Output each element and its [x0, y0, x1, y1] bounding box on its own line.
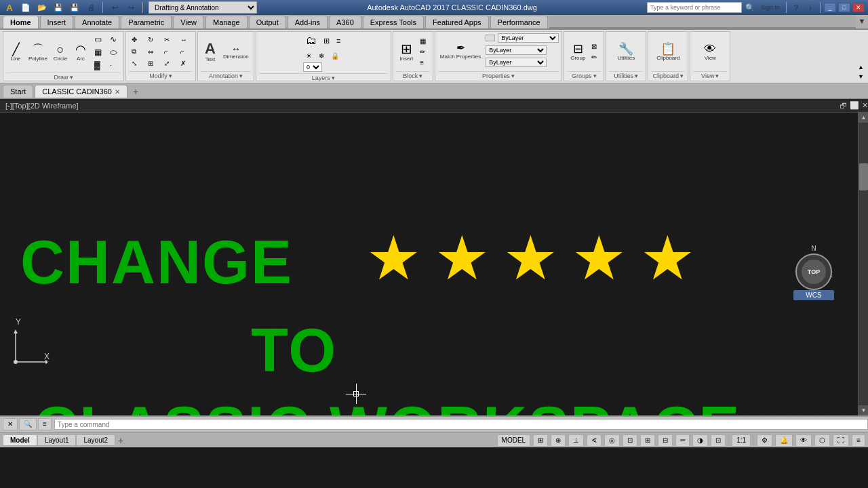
vertical-scrollbar[interactable]: ▲ ▼: [858, 113, 868, 415]
scale-btn[interactable]: ⤡: [129, 58, 144, 68]
search-btn[interactable]: 🔍: [744, 1, 756, 14]
layout-layout1-tab[interactable]: Layout1: [37, 434, 77, 446]
tab-home[interactable]: Home: [3, 16, 39, 28]
ribbon-toggle[interactable]: ▼: [856, 15, 868, 27]
cmd-close-btn[interactable]: ✕: [3, 418, 18, 430]
trim-btn[interactable]: ✂: [161, 35, 176, 45]
expand-icon[interactable]: ▲: [856, 62, 865, 72]
autocad-logo[interactable]: A: [3, 1, 16, 14]
fullscreen-btn[interactable]: ⛶: [833, 434, 849, 447]
array-btn[interactable]: ⊞: [145, 58, 160, 68]
spline-btn[interactable]: ∿: [107, 33, 121, 45]
print-btn[interactable]: 🖨: [85, 1, 97, 14]
tab-featured[interactable]: Featured Apps: [425, 16, 489, 28]
annotation-label[interactable]: Annotation ▾: [201, 71, 251, 79]
arc-btn[interactable]: ◠ Arc: [71, 41, 90, 64]
help-btn[interactable]: ?: [790, 1, 802, 14]
workspace-display-btn[interactable]: ⚙: [757, 434, 772, 447]
group-btn[interactable]: ⊟ Group: [568, 41, 587, 63]
new-layout-btn[interactable]: +: [115, 435, 126, 446]
doc-tab-close-btn[interactable]: ✕: [115, 88, 120, 96]
modify-label[interactable]: Modify ▾: [129, 71, 193, 79]
scroll-up-btn[interactable]: ▲: [859, 113, 868, 123]
minimize-btn[interactable]: _: [824, 3, 836, 12]
ungroup-btn[interactable]: ⊠: [589, 41, 599, 52]
tab-manage[interactable]: Manage: [205, 16, 248, 28]
tab-view[interactable]: View: [173, 16, 204, 28]
erase-btn[interactable]: ✗: [178, 58, 193, 68]
grid-btn[interactable]: ⊞: [533, 434, 548, 447]
layer-state-btn[interactable]: ⊞: [321, 35, 332, 47]
lineweight-btn[interactable]: ═: [675, 434, 690, 447]
linetype-selector[interactable]: ByLayer: [486, 45, 547, 55]
text-btn[interactable]: A Text: [201, 39, 220, 64]
annotation-monitor-btn[interactable]: 🔔: [775, 434, 793, 447]
move-btn[interactable]: ✥: [129, 35, 144, 45]
block-def-btn[interactable]: ≡: [417, 58, 429, 68]
dynin-btn[interactable]: ⊟: [658, 434, 673, 447]
cmd-list-btn[interactable]: ≡: [38, 418, 52, 430]
ortho-btn[interactable]: ⊥: [568, 434, 584, 447]
properties-label[interactable]: Properties ▾: [438, 71, 559, 79]
utilities-btn[interactable]: 🔧 Utilities: [615, 41, 637, 63]
mirror-btn[interactable]: ⇔: [145, 46, 160, 57]
tab-performance[interactable]: Performance: [490, 16, 548, 28]
collapse-icon[interactable]: ▼: [856, 72, 865, 81]
layer-props-btn[interactable]: 🗂: [303, 33, 319, 48]
match-props-btn[interactable]: ✒ Match Properties: [438, 41, 483, 62]
gradient-btn[interactable]: ▓: [92, 59, 106, 71]
close-btn[interactable]: ✕: [852, 3, 865, 12]
scroll-handle[interactable]: [859, 163, 868, 190]
ellipse-btn[interactable]: ⬭: [107, 46, 121, 58]
draw-label[interactable]: Draw ▾: [6, 73, 121, 81]
edit-block-btn[interactable]: ✏: [417, 47, 429, 57]
create-block-btn[interactable]: ▦: [417, 36, 429, 46]
color-selector[interactable]: ByLayer: [498, 33, 559, 43]
redo-btn[interactable]: ↪: [125, 1, 137, 14]
block-label[interactable]: Block ▾: [396, 71, 430, 79]
undo-btn[interactable]: ↩: [108, 1, 121, 14]
viewport-close[interactable]: ✕: [862, 101, 868, 110]
rect-btn[interactable]: ▭: [92, 33, 106, 45]
hatch-btn[interactable]: ▦: [92, 46, 106, 58]
open-btn[interactable]: 📂: [36, 1, 48, 14]
command-input[interactable]: [54, 419, 868, 430]
layout-model-tab[interactable]: Model: [3, 434, 37, 446]
viewport-maximize[interactable]: ⬜: [850, 101, 859, 110]
transparency-btn[interactable]: ◑: [692, 434, 708, 447]
layout-layout2-tab[interactable]: Layout2: [76, 434, 115, 446]
customize-btn[interactable]: ≡: [852, 434, 865, 447]
tab-parametric[interactable]: Parametric: [121, 16, 172, 28]
ribbon-expand-btn[interactable]: ▲ ▼: [856, 31, 865, 81]
groups-label[interactable]: Groups ▾: [567, 71, 601, 79]
chamfer-btn[interactable]: ⌐: [178, 46, 193, 57]
dimension-btn[interactable]: ↔ Dimension: [221, 42, 251, 62]
lineweight-selector[interactable]: ByLayer: [486, 58, 547, 67]
layer-freeze-btn[interactable]: ❄: [316, 51, 327, 61]
new-doc-btn[interactable]: +: [129, 84, 142, 99]
layer-lock-btn[interactable]: 🔒: [328, 51, 342, 61]
scale-btn[interactable]: 1:1: [732, 434, 751, 447]
point-btn[interactable]: ·: [107, 59, 121, 71]
stretch-btn[interactable]: ⤢: [161, 58, 176, 68]
search-input[interactable]: [647, 2, 742, 13]
view-btn[interactable]: 👁 View: [701, 41, 719, 63]
fillet-btn[interactable]: ⌐: [161, 46, 176, 57]
doc-tab-start[interactable]: Start: [3, 85, 33, 98]
line-btn[interactable]: ╱ Line: [6, 41, 25, 64]
otrack-btn[interactable]: ⊡: [623, 434, 637, 447]
isolate-btn[interactable]: 👁: [795, 434, 812, 447]
tab-addins[interactable]: Add-ins: [288, 16, 328, 28]
hardware-btn[interactable]: ⬡: [814, 434, 830, 447]
view-panel-label[interactable]: View ▾: [693, 71, 727, 79]
saveas-btn[interactable]: 💾: [68, 1, 81, 14]
clipboard-panel-label[interactable]: Clipboard ▾: [651, 71, 685, 79]
workspace-selector[interactable]: Drafting & Annotation: [149, 1, 257, 14]
tab-a360[interactable]: A360: [329, 16, 361, 28]
clipboard-btn[interactable]: 📋 Clipboard: [654, 41, 682, 63]
tab-output[interactable]: Output: [249, 16, 286, 28]
cmd-search-btn[interactable]: 🔍: [19, 418, 37, 430]
tab-express[interactable]: Express Tools: [363, 16, 424, 28]
tab-annotate[interactable]: Annotate: [75, 16, 119, 28]
doc-tab-main[interactable]: CLASSIC CADIN360 ✕: [35, 85, 127, 98]
